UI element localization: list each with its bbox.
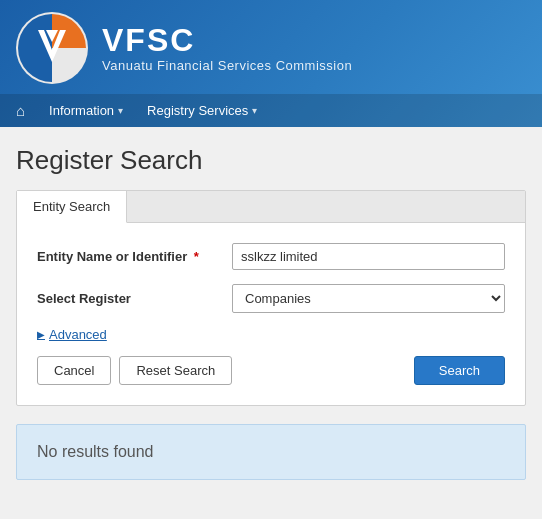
main-content: Register Search Entity Search Entity Nam… bbox=[0, 127, 542, 498]
header-text: VFSC Vanuatu Financial Services Commissi… bbox=[102, 23, 352, 73]
entity-name-label-text: Entity Name or Identifier bbox=[37, 249, 187, 264]
search-form: Entity Name or Identifier * Select Regis… bbox=[17, 223, 525, 405]
entity-name-input[interactable] bbox=[232, 243, 505, 270]
reset-button[interactable]: Reset Search bbox=[119, 356, 232, 385]
nav-registry-label: Registry Services bbox=[147, 103, 248, 118]
page-title: Register Search bbox=[16, 145, 526, 176]
nav-information-label: Information bbox=[49, 103, 114, 118]
button-row: Cancel Reset Search Search bbox=[37, 356, 505, 385]
nav-information[interactable]: Information ▾ bbox=[37, 95, 135, 126]
select-register-label: Select Register bbox=[37, 291, 232, 306]
logo bbox=[16, 12, 88, 84]
nav-registry-arrow: ▾ bbox=[252, 105, 257, 116]
advanced-label: Advanced bbox=[49, 327, 107, 342]
search-button[interactable]: Search bbox=[414, 356, 505, 385]
tabs: Entity Search bbox=[17, 191, 525, 223]
tab-container: Entity Search Entity Name or Identifier … bbox=[16, 190, 526, 406]
required-indicator: * bbox=[190, 249, 199, 264]
advanced-arrow-icon: ▶ bbox=[37, 329, 45, 340]
org-code: VFSC bbox=[102, 23, 352, 58]
no-results-banner: No results found bbox=[16, 424, 526, 480]
site-header: VFSC Vanuatu Financial Services Commissi… bbox=[0, 0, 542, 127]
no-results-text: No results found bbox=[37, 443, 154, 460]
main-nav: ⌂ Information ▾ Registry Services ▾ bbox=[0, 94, 542, 127]
header-top: VFSC Vanuatu Financial Services Commissi… bbox=[16, 12, 526, 84]
entity-name-label: Entity Name or Identifier * bbox=[37, 249, 232, 264]
org-name: Vanuatu Financial Services Commission bbox=[102, 58, 352, 73]
tab-entity-search[interactable]: Entity Search bbox=[17, 191, 127, 223]
nav-registry[interactable]: Registry Services ▾ bbox=[135, 95, 269, 126]
select-register-row: Select Register Companies Partnerships B… bbox=[37, 284, 505, 313]
nav-information-arrow: ▾ bbox=[118, 105, 123, 116]
entity-name-row: Entity Name or Identifier * bbox=[37, 243, 505, 270]
advanced-toggle[interactable]: ▶ Advanced bbox=[37, 327, 505, 342]
register-select[interactable]: Companies Partnerships Business Names Tr… bbox=[232, 284, 505, 313]
cancel-button[interactable]: Cancel bbox=[37, 356, 111, 385]
home-icon: ⌂ bbox=[16, 102, 25, 119]
nav-home[interactable]: ⌂ bbox=[4, 94, 37, 127]
